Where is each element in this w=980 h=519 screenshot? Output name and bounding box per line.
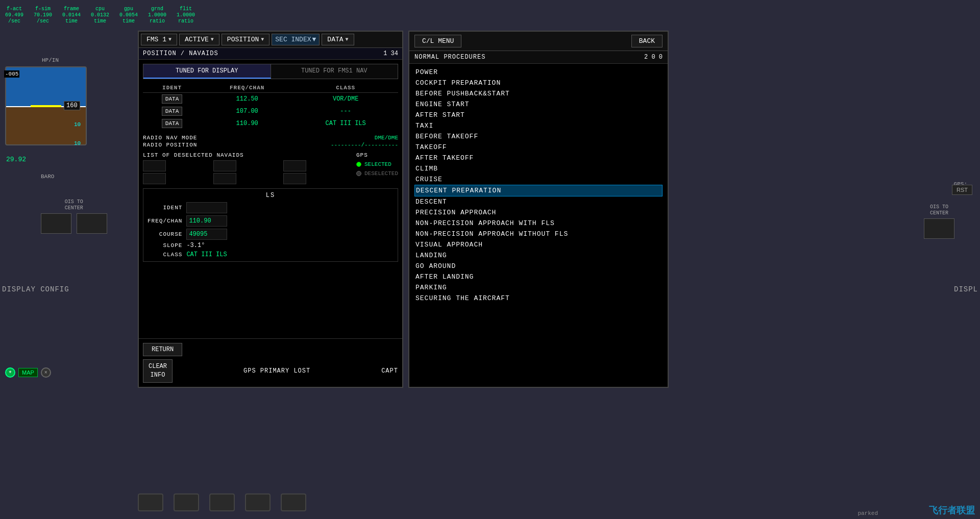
gps-selected-dot (356, 162, 361, 167)
cl-item-securing[interactable]: SECURING THE AIRCRAFT (414, 293, 663, 304)
cl-item-after-landing[interactable]: AFTER LANDING (414, 271, 663, 282)
ls-class-value: CAT III ILS (186, 251, 394, 258)
data-btn-1[interactable]: DATA (162, 94, 182, 104)
cl-item-go-around[interactable]: GO AROUND (414, 261, 663, 271)
cl-item-before-takeoff[interactable]: BEFORE TAKEOFF (414, 131, 663, 142)
baro-label: BARO (41, 174, 54, 180)
cl-header: C/L MENU BACK (409, 32, 668, 51)
baro-value: 29.92 (6, 156, 26, 163)
nav-table: IDENT FREQ/CHAN CLASS DATA 112.50 VOR/DM… (143, 83, 398, 130)
deselected-input-1[interactable] (143, 160, 166, 171)
col-ident: IDENT (143, 83, 201, 93)
cl-item-after-start[interactable]: AFTER START (414, 110, 663, 120)
deselected-section: LIST OF DESELECTED NAVAIDS GPS SELECTED (143, 152, 398, 184)
ls-freq-input[interactable] (186, 215, 227, 227)
cl-back-button[interactable]: BACK (631, 35, 663, 47)
ois-right-label: OIS TOCENTER (924, 204, 954, 216)
gps-section: GPS SELECTED DESELECTED (356, 152, 398, 177)
hw-btn-4[interactable] (245, 493, 271, 511)
ois-right-button[interactable] (924, 218, 954, 239)
cl-item-power[interactable]: POWER (414, 67, 663, 78)
deselected-input-4[interactable] (143, 173, 166, 184)
perf-flit: flit 1.0000 ratio (177, 6, 195, 24)
alt-scale2: 10 (74, 121, 81, 128)
active-label: ACTIVE (185, 36, 209, 43)
radio-nav-section: RADIO NAV MODE DME/DME RADIO POSITION --… (143, 135, 398, 148)
map-close-icon[interactable]: × (41, 367, 51, 378)
logo-watermark: 飞行者联盟 (929, 504, 975, 516)
cl-menu-button[interactable]: C/L MENU (414, 35, 461, 47)
ois-right-section: OIS TOCENTER (924, 204, 954, 241)
cl-item-descent-prep[interactable]: DESCENT PREPARATION (414, 185, 663, 196)
ois-left-button[interactable] (41, 213, 71, 234)
row3-btn-cell: DATA (143, 117, 201, 130)
ls-slope-value: -3.1° (186, 242, 394, 249)
breadcrumb-page: 1 34 (383, 50, 398, 57)
ois-left-section: OIS TOCENTER (41, 199, 107, 236)
cl-item-engine-start[interactable]: ENGINE START (414, 99, 663, 110)
deselected-input-2[interactable] (213, 160, 236, 171)
alt-scale: 10 (74, 140, 81, 146)
cl-item-parking[interactable]: PARKING (414, 282, 663, 293)
gps-selected-label: SELECTED (364, 161, 391, 167)
hw-btn-1[interactable] (138, 493, 163, 511)
data-dropdown[interactable]: DATA ▼ (322, 34, 354, 45)
tuned-fms1-tab[interactable]: TUNED FOR FMS1 NAV (271, 64, 398, 79)
cl-item-takeoff[interactable]: TAKEOFF (414, 142, 663, 153)
ls-course-input[interactable] (186, 229, 227, 240)
deselected-input-3[interactable] (283, 160, 306, 171)
rst-button[interactable]: RST (952, 185, 972, 195)
deselected-input-6[interactable] (283, 173, 306, 184)
hw-btn-3[interactable] (209, 493, 235, 511)
cl-item-landing[interactable]: LANDING (414, 250, 663, 261)
perf-cpu: cpu 0.0132 time (91, 6, 109, 24)
ls-title: LS (148, 192, 394, 199)
map-expand-icon[interactable]: + (5, 367, 15, 378)
status-row: CLEARINFO GPS PRIMARY LOST CAPT (143, 359, 398, 383)
fms-breadcrumb: POSITION / NAVAIDS 1 34 (139, 48, 402, 60)
fms-title-label: FMS 1 (146, 36, 166, 43)
cl-item-precision[interactable]: PRECISION APPROACH (414, 207, 663, 218)
cl-item-climb[interactable]: CLIMB (414, 163, 663, 174)
clear-info-button[interactable]: CLEARINFO (143, 359, 173, 383)
deselected-left: LIST OF DESELECTED NAVAIDS (143, 152, 352, 184)
gps-deselected-label: DESELECTED (364, 170, 398, 177)
hw-btn-5[interactable] (281, 493, 306, 511)
gps-lost-message: GPS PRIMARY LOST (243, 367, 310, 375)
cl-item-cockpit-prep[interactable]: COCKPIT PREPARATION (414, 78, 663, 88)
return-button[interactable]: RETURN (143, 343, 182, 356)
position-dropdown[interactable]: POSITION ▼ (222, 34, 270, 45)
hw-btn-2[interactable] (174, 493, 199, 511)
map-button[interactable]: MAP (18, 368, 38, 377)
active-dropdown[interactable]: ACTIVE ▼ (179, 34, 219, 45)
cl-item-taxi[interactable]: TAXI (414, 120, 663, 131)
data-btn-2[interactable]: DATA (162, 107, 182, 116)
parked-status: parked (857, 510, 878, 516)
gps-selected-row[interactable]: SELECTED (356, 161, 391, 167)
data-btn-3[interactable]: DATA (162, 119, 182, 128)
ls-ident-input[interactable] (186, 202, 227, 213)
map-controls: + MAP × (5, 367, 51, 378)
cl-item-non-precision-fls[interactable]: NON-PRECISION APPROACH WITH FLS (414, 218, 663, 229)
row3-freq: 110.90 (201, 117, 293, 130)
tuned-display-tab[interactable]: TUNED FOR DISPLAY (143, 64, 271, 79)
sec-index-button[interactable]: SEC INDEX ▼ (272, 34, 320, 45)
table-row: DATA 110.90 CAT III ILS (143, 117, 398, 130)
gps-deselected-row[interactable]: DESELECTED (356, 170, 398, 177)
row2-class: --- (293, 105, 398, 117)
deselected-input-5[interactable] (213, 173, 236, 184)
fms-title-button[interactable]: FMS 1 ▼ (141, 34, 177, 45)
cl-item-cruise[interactable]: CRUISE (414, 174, 663, 185)
cl-item-non-precision-no-fls[interactable]: NON-PRECISION APPROACH WITHOUT FLS (414, 229, 663, 239)
ls-slope-label: SLOPE (148, 242, 182, 249)
cl-item-before-pushback[interactable]: BEFORE PUSHBACK&START (414, 88, 663, 99)
ls-grid: IDENT FREQ/CHAN COURSE SLOPE -3.1° CLASS… (148, 202, 394, 258)
speed-minus: -005 (4, 70, 19, 78)
cl-item-after-takeoff[interactable]: AFTER TAKEOFF (414, 153, 663, 163)
deselected-title: LIST OF DESELECTED NAVAIDS (143, 152, 352, 158)
perf-grnd: grnd 1.0000 ratio (148, 6, 166, 24)
cl-item-descent[interactable]: DESCENT (414, 196, 663, 207)
radio-position-label: RADIO POSITION (143, 142, 327, 148)
cl-item-visual[interactable]: VISUAL APPROACH (414, 239, 663, 250)
ois-left-button2[interactable] (77, 213, 107, 234)
